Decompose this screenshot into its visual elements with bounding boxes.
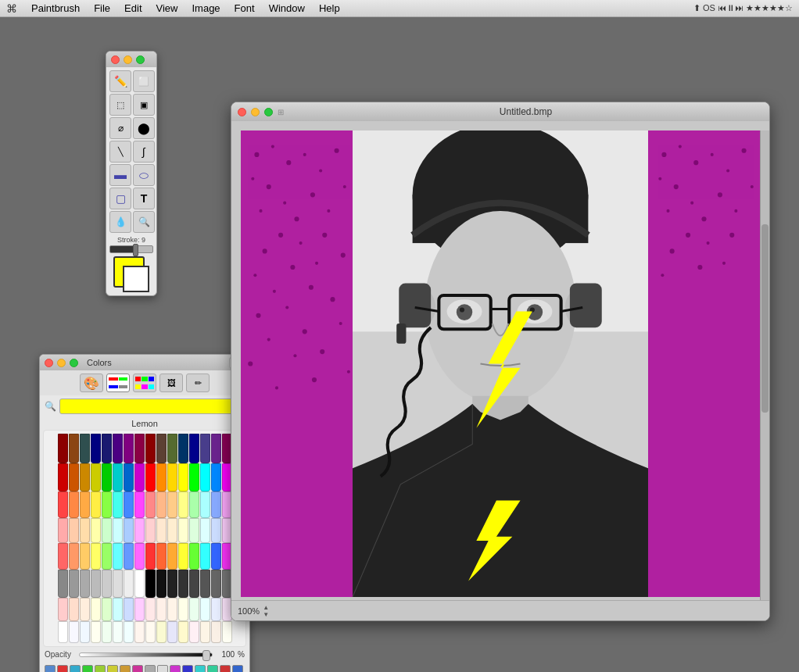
crayon-swatch[interactable] <box>145 518 156 543</box>
crayon-swatch[interactable] <box>200 434 210 463</box>
crayon-swatch[interactable] <box>189 491 199 518</box>
crayon-swatch[interactable] <box>167 543 177 570</box>
crayon-swatch[interactable] <box>134 598 145 621</box>
crayon-swatch[interactable] <box>134 543 145 570</box>
crayon-swatch[interactable] <box>156 434 167 463</box>
bottom-color-swatch[interactable] <box>232 665 243 672</box>
crayon-swatch[interactable] <box>69 491 79 518</box>
crayon-swatch[interactable] <box>91 598 101 621</box>
paint-minimize-button[interactable] <box>251 108 260 116</box>
bottom-color-swatch[interactable] <box>207 665 218 672</box>
menubar-view[interactable]: View <box>150 1 185 16</box>
menubar-paintbrush[interactable]: Paintbrush <box>25 1 86 16</box>
crayon-swatch[interactable] <box>102 518 112 543</box>
crayon-swatch[interactable] <box>102 434 112 463</box>
paint-maximize-button[interactable] <box>264 108 273 116</box>
lasso-tool-button[interactable]: ⌀ <box>109 117 131 139</box>
crayon-swatch[interactable] <box>113 518 123 543</box>
bottom-color-swatch[interactable] <box>170 665 181 672</box>
crayon-swatch[interactable] <box>211 598 221 621</box>
crayon-swatch[interactable] <box>102 598 112 621</box>
bottom-color-swatch[interactable] <box>132 665 143 672</box>
crayon-swatch[interactable] <box>91 621 101 643</box>
crayon-swatch[interactable] <box>124 570 134 598</box>
crayon-swatch[interactable] <box>134 621 145 643</box>
crayon-swatch[interactable] <box>211 518 221 543</box>
crayon-swatch[interactable] <box>211 570 221 598</box>
crayon-swatch[interactable] <box>124 621 134 643</box>
crayon-swatch[interactable] <box>211 543 221 570</box>
crayon-swatch[interactable] <box>80 434 90 463</box>
crayon-swatch[interactable] <box>189 518 199 543</box>
crayon-swatch[interactable] <box>222 621 232 643</box>
crayon-swatch[interactable] <box>189 463 199 491</box>
crayon-swatch[interactable] <box>156 570 167 598</box>
crayon-swatch[interactable] <box>124 543 134 570</box>
crayon-swatch[interactable] <box>91 518 101 543</box>
crayon-swatch[interactable] <box>80 621 90 643</box>
crayon-swatch[interactable] <box>178 621 188 643</box>
crayon-swatch[interactable] <box>211 434 221 463</box>
crayon-swatch[interactable] <box>113 463 123 491</box>
crayon-swatch[interactable] <box>58 570 68 598</box>
crayon-swatch[interactable] <box>145 463 156 491</box>
crayon-swatch[interactable] <box>102 491 112 518</box>
opacity-slider[interactable] <box>79 652 213 657</box>
menubar-window[interactable]: Window <box>263 1 311 16</box>
crayon-swatch[interactable] <box>156 491 167 518</box>
bottom-color-swatch[interactable] <box>107 665 118 672</box>
bottom-color-swatch[interactable] <box>70 665 81 672</box>
crayon-swatch[interactable] <box>189 570 199 598</box>
crayon-swatch[interactable] <box>200 518 210 543</box>
color-wheel-tab[interactable]: 🎨 <box>80 374 103 392</box>
line-tool-button[interactable]: ╲ <box>109 141 131 163</box>
crayon-swatch[interactable] <box>189 621 199 643</box>
eraser-tool-button[interactable]: ⬜ <box>133 70 155 92</box>
crayon-swatch[interactable] <box>69 598 79 621</box>
crayon-swatch[interactable] <box>178 491 188 518</box>
crayon-swatch[interactable] <box>69 463 79 491</box>
crayon-swatch[interactable] <box>102 463 112 491</box>
color-image-tab[interactable]: 🖼 <box>159 374 183 392</box>
crayon-swatch[interactable] <box>200 621 210 643</box>
pencil-tool-button[interactable]: ✏️ <box>109 70 131 92</box>
crayon-swatch[interactable] <box>145 621 156 643</box>
crayon-swatch[interactable] <box>156 543 167 570</box>
crayon-swatch[interactable] <box>58 463 68 491</box>
colors-close-button[interactable] <box>45 359 53 367</box>
crayon-swatch[interactable] <box>69 570 79 598</box>
crayon-swatch[interactable] <box>167 570 177 598</box>
crayon-swatch[interactable] <box>69 518 79 543</box>
crayon-swatch[interactable] <box>189 543 199 570</box>
crayon-swatch[interactable] <box>113 543 123 570</box>
paint-canvas-area[interactable]: 100% ▲ ▼ <box>231 121 769 620</box>
menubar-file[interactable]: File <box>88 1 116 16</box>
crayon-swatch[interactable] <box>113 491 123 518</box>
crayon-swatch[interactable] <box>80 491 90 518</box>
color-palette-tab[interactable] <box>133 374 156 392</box>
crayon-swatch[interactable] <box>102 621 112 643</box>
crayon-swatch[interactable] <box>80 518 90 543</box>
crayon-swatch[interactable] <box>200 491 210 518</box>
menubar-help[interactable]: Help <box>313 1 346 16</box>
crayon-swatch[interactable] <box>178 543 188 570</box>
toolbox-maximize-button[interactable] <box>136 55 145 64</box>
bottom-color-swatch[interactable] <box>45 665 56 672</box>
color-search-swatch[interactable] <box>59 399 245 414</box>
magnify-tool-button[interactable]: 🔍 <box>133 211 155 233</box>
crayon-swatch[interactable] <box>124 518 134 543</box>
crayon-swatch[interactable] <box>156 621 167 643</box>
color-crayon-tab[interactable]: ✏ <box>186 374 210 392</box>
crayon-swatch[interactable] <box>200 598 210 621</box>
crayon-swatch[interactable] <box>211 621 221 643</box>
colors-minimize-button[interactable] <box>57 359 66 367</box>
toolbox-minimize-button[interactable] <box>124 55 132 64</box>
crayon-swatch[interactable] <box>58 518 68 543</box>
ellipse-tool-button[interactable]: ⬭ <box>133 164 155 186</box>
crayon-swatch[interactable] <box>156 463 167 491</box>
painting-svg[interactable] <box>241 130 760 597</box>
bottom-color-swatch[interactable] <box>195 665 206 672</box>
crayon-swatch[interactable] <box>58 621 68 643</box>
crayon-swatch[interactable] <box>178 570 188 598</box>
crayon-swatch[interactable] <box>167 434 177 463</box>
